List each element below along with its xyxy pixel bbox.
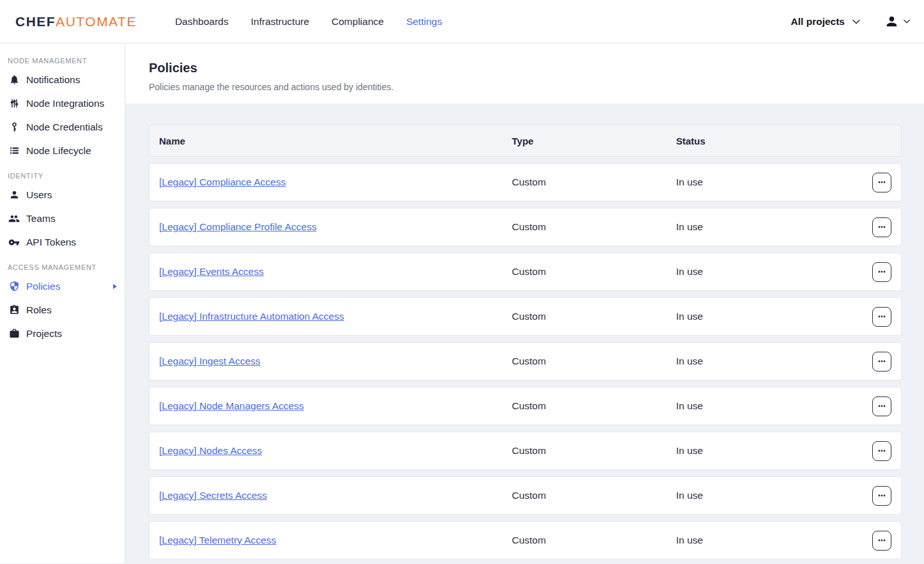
main-content: Policies Policies manage the resources a… xyxy=(125,43,924,563)
policy-status: In use xyxy=(676,490,856,501)
policy-status: In use xyxy=(676,266,856,278)
column-header-status: Status xyxy=(676,136,856,146)
chef-automate-logo[interactable]: CHEFAUTOMATE xyxy=(15,14,137,29)
policy-link[interactable]: [Legacy] Ingest Access xyxy=(159,356,261,367)
section-identity: IDENTITY Users Teams API Tokens xyxy=(0,172,125,254)
section-label: NODE MANAGEMENT xyxy=(0,57,125,65)
sidebar-item-label: Node Lifecycle xyxy=(26,145,91,157)
row-menu-button[interactable] xyxy=(872,531,891,551)
row-menu-button[interactable] xyxy=(872,262,891,282)
policy-link[interactable]: [Legacy] Secrets Access xyxy=(159,490,267,501)
sidebar-item-policies[interactable]: Policies xyxy=(0,274,125,298)
table-row: [Legacy] Telemetry Access Custom In use xyxy=(149,521,902,560)
policy-link[interactable]: [Legacy] Telemetry Access xyxy=(159,535,276,546)
bell-icon xyxy=(8,74,20,85)
sidebar-item-label: Projects xyxy=(26,328,62,340)
badge-icon xyxy=(8,304,20,315)
navbar-right: All projects xyxy=(791,14,910,29)
group-icon xyxy=(8,213,20,224)
row-menu-button[interactable] xyxy=(872,486,891,506)
policies-table: Name Type Status [Legacy] Compliance Acc… xyxy=(149,125,902,560)
policy-link[interactable]: [Legacy] Compliance Access xyxy=(159,176,286,188)
sidebar-item-notifications[interactable]: Notifications xyxy=(0,68,125,91)
key-vertical-icon xyxy=(8,121,20,132)
sidebar-item-label: Node Integrations xyxy=(26,98,104,109)
policy-type: Custom xyxy=(512,266,676,278)
policy-link[interactable]: [Legacy] Nodes Access xyxy=(159,445,262,457)
sidebar-item-label: Notifications xyxy=(26,74,80,86)
policy-link[interactable]: [Legacy] Infrastructure Automation Acces… xyxy=(159,311,344,322)
page-header: Policies Policies manage the resources a… xyxy=(125,43,924,104)
column-header-name: Name xyxy=(159,136,512,146)
table-row: [Legacy] Node Managers Access Custom In … xyxy=(149,387,902,425)
policy-status: In use xyxy=(676,221,856,233)
table-row: [Legacy] Nodes Access Custom In use xyxy=(149,432,902,470)
row-menu-button[interactable] xyxy=(872,396,891,416)
chevron-down-icon xyxy=(852,19,860,24)
table-row: [Legacy] Events Access Custom In use xyxy=(149,253,902,291)
table-header: Name Type Status xyxy=(149,125,902,157)
sidebar-item-users[interactable]: Users xyxy=(0,183,125,207)
sliders-icon xyxy=(8,98,20,109)
policy-status: In use xyxy=(676,445,856,457)
expand-arrow-icon xyxy=(113,284,117,289)
sidebar-item-label: Node Credentials xyxy=(26,121,103,133)
policy-status: In use xyxy=(676,535,856,546)
table-row: [Legacy] Compliance Access Custom In use xyxy=(149,163,902,201)
sidebar-item-node-integrations[interactable]: Node Integrations xyxy=(0,91,125,115)
chevron-down-icon xyxy=(904,19,910,24)
sidebar-item-api-tokens[interactable]: API Tokens xyxy=(0,230,125,254)
section-label: ACCESS MANAGEMENT xyxy=(0,263,125,271)
briefcase-icon xyxy=(8,328,20,339)
projects-filter-dropdown[interactable]: All projects xyxy=(791,16,860,27)
nav-dashboards[interactable]: Dashboards xyxy=(175,16,229,27)
policy-type: Custom xyxy=(512,221,676,233)
page-title: Policies xyxy=(149,61,900,75)
row-menu-button[interactable] xyxy=(872,307,891,327)
row-menu-button[interactable] xyxy=(872,352,891,372)
nav-settings[interactable]: Settings xyxy=(406,16,442,27)
policy-status: In use xyxy=(676,176,856,188)
row-menu-button[interactable] xyxy=(872,217,891,237)
section-access-management: ACCESS MANAGEMENT Policies Roles Project… xyxy=(0,263,125,345)
policy-link[interactable]: [Legacy] Compliance Profile Access xyxy=(159,221,316,233)
row-menu-button[interactable] xyxy=(872,173,891,192)
page-subtitle: Policies manage the resources and action… xyxy=(149,82,900,92)
sidebar-item-projects[interactable]: Projects xyxy=(0,322,125,345)
row-menu-button[interactable] xyxy=(872,441,891,461)
sidebar-item-node-credentials[interactable]: Node Credentials xyxy=(0,115,125,139)
policy-type: Custom xyxy=(512,445,676,457)
list-icon xyxy=(8,145,20,156)
logo-chef: CHEF xyxy=(15,14,56,29)
sidebar-item-teams[interactable]: Teams xyxy=(0,207,125,230)
projects-filter-label: All projects xyxy=(791,16,845,27)
sidebar-item-label: Teams xyxy=(26,213,56,224)
sidebar-item-label: API Tokens xyxy=(26,237,76,248)
nav-infrastructure[interactable]: Infrastructure xyxy=(250,16,309,27)
policy-type: Custom xyxy=(512,535,676,546)
main-nav: Dashboards Infrastructure Compliance Set… xyxy=(175,16,442,27)
policy-type: Custom xyxy=(512,400,676,412)
section-node-management: NODE MANAGEMENT Notifications Node Integ… xyxy=(0,57,125,162)
sidebar-item-node-lifecycle[interactable]: Node Lifecycle xyxy=(0,139,125,162)
column-header-type: Type xyxy=(512,136,676,146)
policy-link[interactable]: [Legacy] Events Access xyxy=(159,266,264,278)
logo-automate: AUTOMATE xyxy=(56,14,137,29)
policy-type: Custom xyxy=(512,356,676,367)
user-menu[interactable] xyxy=(884,14,910,29)
person-icon xyxy=(8,189,20,200)
policy-type: Custom xyxy=(512,311,676,322)
policy-status: In use xyxy=(676,356,856,367)
nav-compliance[interactable]: Compliance xyxy=(332,16,384,27)
section-label: IDENTITY xyxy=(0,172,125,180)
policies-list-area: Name Type Status [Legacy] Compliance Acc… xyxy=(125,104,924,560)
policy-type: Custom xyxy=(512,490,676,501)
user-avatar-icon xyxy=(884,14,899,29)
settings-sidebar: NODE MANAGEMENT Notifications Node Integ… xyxy=(0,43,125,563)
sidebar-item-label: Roles xyxy=(26,304,52,316)
policy-link[interactable]: [Legacy] Node Managers Access xyxy=(159,400,304,412)
top-navbar: CHEFAUTOMATE Dashboards Infrastructure C… xyxy=(0,0,924,43)
shield-icon xyxy=(8,281,20,292)
table-row: [Legacy] Compliance Profile Access Custo… xyxy=(149,208,902,246)
sidebar-item-roles[interactable]: Roles xyxy=(0,298,125,322)
